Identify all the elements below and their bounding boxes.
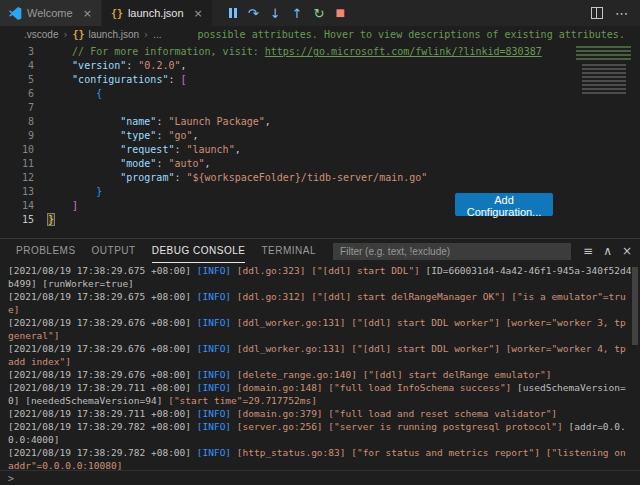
restart-button[interactable]: ↻ <box>314 7 325 20</box>
panel-actions: ≡ ∧ × <box>583 245 632 257</box>
tab-terminal[interactable]: TERMINAL <box>261 239 316 263</box>
panel-menu-icon[interactable]: ≡ <box>583 245 593 257</box>
close-panel-icon[interactable]: × <box>622 245 632 257</box>
clipped-comment-line: possible attributes. Hover to view descr… <box>197 29 624 40</box>
chevron-right-icon: › <box>144 29 148 40</box>
debug-toolbar: ↷ ↓ ↑ ↻ ■ <box>229 0 345 26</box>
log-line: [2021/08/19 17:38:29.675 +08:00] [INFO] … <box>8 290 636 316</box>
step-out-button[interactable]: ↑ <box>292 7 303 20</box>
code-line: 6 { <box>0 87 640 101</box>
log-line: [2021/08/19 17:38:29.675 +08:00] [INFO] … <box>8 264 636 290</box>
code-line: 12 "program": "${workspaceFolder}/tidb-s… <box>0 171 640 185</box>
debug-console-output: [2021/08/19 17:38:29.675 +08:00] [INFO] … <box>8 264 636 470</box>
add-configuration-button[interactable]: Add Configuration... <box>455 193 553 216</box>
panel-scrollbar[interactable] <box>632 267 638 345</box>
more-actions-icon[interactable]: ⋯ <box>615 7 628 20</box>
tab-debug-console[interactable]: DEBUG CONSOLE <box>152 239 246 263</box>
debug-console-input[interactable]: > <box>0 470 640 485</box>
step-into-button[interactable]: ↓ <box>270 7 281 20</box>
tab-welcome[interactable]: Welcome × <box>0 0 102 26</box>
breadcrumb-item-launch-json[interactable]: launch.json <box>89 29 140 40</box>
tab-label: launch.json <box>128 7 184 19</box>
filter-input[interactable] <box>333 243 571 260</box>
prompt-chevron-icon: > <box>8 473 14 484</box>
code-line: 10 "request": "launch", <box>0 143 640 157</box>
bottom-panel: PROBLEMS OUTPUT DEBUG CONSOLE TERMINAL ≡… <box>0 238 640 485</box>
log-line: [2021/08/19 17:38:29.676 +08:00] [INFO] … <box>8 368 636 381</box>
editor: 3 // For more information, visit: https:… <box>0 42 640 238</box>
log-line: [2021/08/19 17:38:29.676 +08:00] [INFO] … <box>8 342 636 368</box>
log-line: [2021/08/19 17:38:29.782 +08:00] [INFO] … <box>8 420 636 446</box>
code-line: 9 "type": "go", <box>0 129 640 143</box>
maximize-panel-icon[interactable]: ∧ <box>603 245 612 257</box>
code-line: 5 "configurations": [ <box>0 73 640 87</box>
tab-problems[interactable]: PROBLEMS <box>16 239 76 263</box>
breadcrumb: .vscode › {} launch.json › ... possible … <box>0 26 640 42</box>
close-tab-icon[interactable]: × <box>83 7 92 20</box>
debug-console: [2021/08/19 17:38:29.675 +08:00] [INFO] … <box>0 263 640 470</box>
editor-actions: ⋯ <box>591 0 640 26</box>
close-tab-icon[interactable]: × <box>194 7 203 20</box>
json-braces-icon: {} <box>72 29 84 40</box>
tab-launch-json[interactable]: {} launch.json × <box>102 0 213 26</box>
code-line: 7 <box>0 101 640 115</box>
tab-output[interactable]: OUTPUT <box>92 239 136 263</box>
code-line: 11 "mode": "auto", <box>0 157 640 171</box>
stop-button[interactable]: ■ <box>335 8 344 18</box>
tab-label: Welcome <box>27 7 73 19</box>
json-braces-icon: {} <box>111 8 123 19</box>
log-line: [2021/08/19 17:38:29.676 +08:00] [INFO] … <box>8 316 636 342</box>
step-over-button[interactable]: ↷ <box>248 7 259 20</box>
log-line: [2021/08/19 17:38:29.711 +08:00] [INFO] … <box>8 407 636 420</box>
code-line: 8 "name": "Launch Package", <box>0 115 640 129</box>
editor-tab-bar: Welcome × {} launch.json × ↷ ↓ ↑ ↻ ■ ⋯ <box>0 0 640 26</box>
minimap[interactable] <box>570 45 634 97</box>
chevron-right-icon: › <box>63 29 67 40</box>
log-line: [2021/08/19 17:38:29.711 +08:00] [INFO] … <box>8 381 636 407</box>
code-line: 4 "version": "0.2.0", <box>0 59 640 73</box>
log-line: [2021/08/19 17:38:29.782 +08:00] [INFO] … <box>8 446 636 470</box>
code-line: 3 // For more information, visit: https:… <box>0 45 640 59</box>
breadcrumb-item-vscode[interactable]: .vscode <box>24 29 58 40</box>
pause-button[interactable] <box>229 8 237 18</box>
split-editor-icon[interactable] <box>591 7 603 19</box>
vscode-logo-icon <box>9 7 22 20</box>
panel-header: PROBLEMS OUTPUT DEBUG CONSOLE TERMINAL ≡… <box>0 239 640 263</box>
breadcrumb-ellipsis[interactable]: ... <box>153 29 161 40</box>
